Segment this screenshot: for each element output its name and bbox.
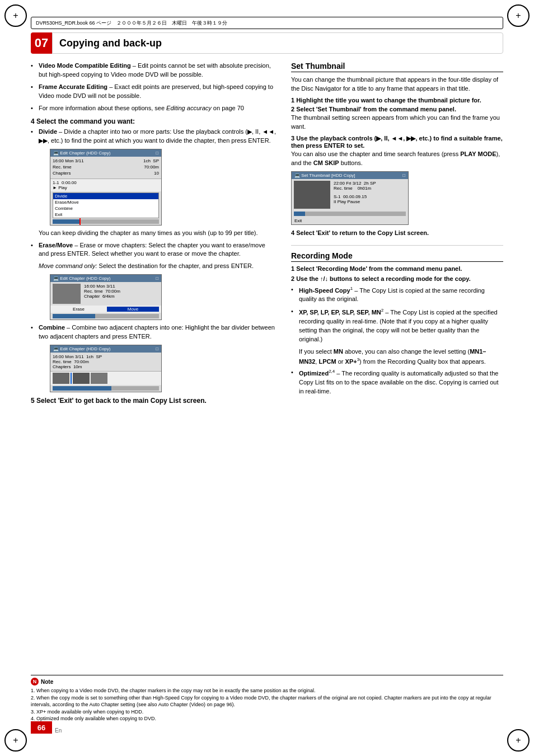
page-number-box: 66	[31, 721, 52, 734]
set-thumbnail-step3-text: You can also use the chapter and time se…	[291, 150, 503, 168]
divide-label: Divide	[39, 128, 57, 135]
you-can-keep-text: You can keep dividing the chapter as man…	[31, 229, 277, 238]
move-command-label: Move command only:	[39, 262, 97, 269]
divide-text: – Divide a chapter into two or more part…	[39, 128, 276, 144]
recording-mode-title: Recording Mode	[291, 251, 503, 262]
recording-mode-step1: 1 Select 'Recording Mode' from the comma…	[291, 265, 503, 272]
frame-accurate-label: Frame Accurate Editing	[39, 83, 107, 90]
move-command-text: Select the destination for the chapter, …	[97, 262, 254, 269]
xp-label: XP, SP, LP, EP, SLP, SEP, MN	[299, 309, 381, 316]
set-thumbnail-step1: 1 Highlight the title you want to change…	[291, 97, 503, 104]
bullet-item-combine: • Combine – Combine two adjacent chapter…	[31, 323, 277, 341]
thumbnail-screen-header: 💻 Set Thumbnail [HDD Copy]	[294, 173, 355, 178]
corner-decoration-br	[507, 729, 530, 752]
high-speed-label: High-Speed Copy	[299, 287, 350, 293]
video-mode-label: Video Mode Compatible Editing	[39, 62, 131, 69]
recording-mode-section: Recording Mode 1 Select 'Recording Mode'…	[291, 251, 503, 396]
thumbnail-screen-image	[294, 181, 330, 209]
recording-mode-step2-header: 2 Use the ↑/↓ buttons to select a record…	[291, 275, 503, 282]
note-item-2: 2. When the copy mode is set to somethin…	[31, 694, 503, 708]
page-title: Copying and back-up	[52, 32, 503, 54]
bullet-high-speed: • High-Speed Copy1 – The Copy List is co…	[291, 285, 503, 304]
move-command-only: Move command only: Select the destinatio…	[39, 262, 277, 271]
note-items: 1. When copying to a Video mode DVD, the…	[31, 687, 503, 722]
header-file-info: DVR530HS_RDR.book 66 ページ ２０００年５月２６日 木曜日 …	[31, 17, 503, 29]
erase-move-text: – Erase or move chapters: Select the cha…	[39, 242, 265, 257]
optimized-label: Optimized	[299, 370, 329, 377]
chapter-number: 07	[31, 32, 52, 54]
file-info-text: DVR530HS_RDR.book 66 ページ ２０００年５月２６日 木曜日 …	[36, 20, 227, 27]
step5-header: 5 Select 'Exit' to get back to the main …	[31, 397, 277, 405]
editing-accuracy-link[interactable]: Editing accuracy	[166, 105, 212, 111]
set-thumbnail-intro: You can change the thumbnail picture tha…	[291, 76, 503, 93]
bullet-item-video-mode: • Video Mode Compatible Editing – Edit p…	[31, 62, 277, 79]
erase-move-label: Erase/Move	[39, 242, 73, 248]
left-column: • Video Mode Compatible Editing – Edit p…	[31, 62, 277, 407]
optimized-sup: 2,4	[329, 369, 335, 374]
bullet-item-erase-move: • Erase/Move – Erase or move chapters: S…	[31, 241, 277, 259]
section-divider	[291, 245, 503, 246]
corner-decoration-bl	[4, 729, 27, 752]
note-icon: N	[31, 678, 39, 685]
thumbnail-exit: Exit	[294, 218, 302, 223]
note-box: N Note 1. When copying to a Video mode D…	[31, 675, 503, 722]
set-thumbnail-section: Set Thumbnail You can change the thumbna…	[291, 62, 503, 236]
divide-menu-erase: Erase/Move	[53, 199, 158, 205]
right-column: Set Thumbnail You can change the thumbna…	[291, 62, 503, 405]
combine-text: – Combine two adjacent chapters into one…	[39, 324, 275, 340]
erase-screen: 💻 Edit Chapter (HDD Copy) □ 16:00 Mon 3/…	[50, 274, 162, 320]
note-item-4: 4. Optimized mode only available when co…	[31, 715, 503, 722]
step4-header: 4 Select the command you want:	[31, 118, 277, 125]
divide-progress-bar	[53, 219, 159, 224]
thumbnail-progress-bar	[294, 212, 406, 216]
page-lang: En	[55, 727, 62, 734]
set-thumbnail-step4: 4 Select 'Exit' to return to the Copy Li…	[291, 229, 503, 236]
corner-decoration-tl	[4, 4, 27, 27]
combine-label: Combine	[39, 324, 65, 331]
thumbnail-screen: 💻 Set Thumbnail [HDD Copy] □ 22:00 Fri 3…	[291, 171, 409, 225]
erase-screen-move: Move	[107, 307, 159, 312]
erase-thumbnail	[53, 284, 81, 304]
divide-menu-exit: Exit	[53, 212, 158, 218]
bullet-item-more-info: • For more information about these optio…	[31, 104, 277, 113]
main-content: • Video Mode Compatible Editing – Edit p…	[31, 62, 503, 711]
set-thumbnail-step3-header: 3 Use the playback controls (▶, II, ◄◄, …	[291, 135, 503, 149]
divide-screen-1: 💻 Edit Chapter (HDD Copy) □ 16:00 Mon 3/…	[50, 149, 162, 226]
set-thumbnail-step2-text: The thumbnail setting screen appears fro…	[291, 114, 503, 132]
bullet-item-frame-accurate: • Frame Accurate Editing – Exact edit po…	[31, 83, 277, 101]
note-item-1: 1. When copying to a Video mode DVD, the…	[31, 687, 503, 694]
xp-mn-text: If you select MN above, you can also cha…	[299, 348, 503, 367]
divide-screen1-header: 💻 Edit Chapter (HDD Copy)	[53, 151, 110, 156]
combine-screen: 💻 Edit Chapter (HDD Copy) □ 16:00 Mon 3/…	[50, 345, 162, 392]
bullet-optimized: • Optimized2,4 – The recording quality i…	[291, 368, 503, 396]
divide-menu-divide: Divide	[53, 193, 158, 199]
corner-decoration-tr	[507, 4, 530, 27]
page-number: 66	[38, 724, 45, 732]
note-item-3: 3. XP+ mode available only when copying …	[31, 708, 503, 716]
erase-progress-bar	[53, 314, 159, 318]
set-thumbnail-title: Set Thumbnail	[291, 62, 503, 72]
note-title: N Note	[31, 678, 503, 685]
divide-menu-combine: Combine	[53, 205, 158, 212]
set-thumbnail-step2-header: 2 Select 'Set Thumbnail' from the comman…	[291, 106, 503, 112]
bullet-item-divide: • Divide – Divide a chapter into two or …	[31, 128, 277, 145]
combine-progress-bar	[53, 386, 159, 391]
bullet-xp-sp: • XP, SP, LP, EP, SLP, SEP, MN2 – The Co…	[291, 307, 503, 344]
